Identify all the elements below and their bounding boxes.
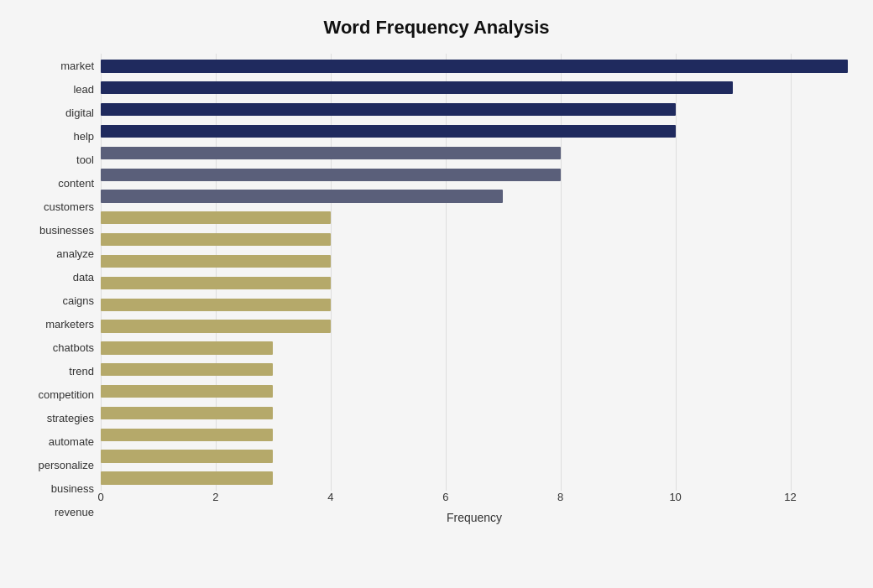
bar-row [101, 445, 848, 467]
bar-row [101, 99, 848, 121]
bar [101, 471, 273, 484]
y-label: market [60, 60, 94, 71]
bars-inner [101, 54, 848, 491]
bar [101, 320, 331, 332]
bar [101, 81, 733, 94]
bar [101, 363, 273, 376]
y-axis-labels: marketleaddigitalhelptoolcontentcustomer… [25, 54, 101, 524]
x-tick-label: 0 [97, 491, 103, 503]
bar-row [101, 359, 848, 381]
x-tick-label: 6 [442, 491, 448, 503]
x-axis: 024681012 Frequency [101, 491, 848, 524]
chart-container: Word Frequency Analysis marketleaddigita… [0, 0, 873, 588]
bars-area [101, 54, 848, 491]
y-label: tool [76, 154, 94, 165]
bar [101, 233, 331, 246]
x-tick-label: 8 [557, 491, 563, 503]
bar [101, 60, 848, 72]
bar [101, 211, 331, 224]
bar-row [101, 142, 848, 164]
x-tick-labels: 024681012 [101, 491, 848, 507]
bar-row [101, 229, 848, 251]
bar [101, 385, 273, 398]
y-label: chatbots [53, 342, 94, 353]
bar [101, 147, 561, 159]
bar [101, 450, 273, 462]
bar-row [101, 251, 848, 273]
bar-row [101, 207, 848, 229]
y-label: digital [65, 107, 94, 118]
y-label: revenue [55, 507, 94, 518]
y-label: businesses [39, 225, 94, 236]
bar-row [101, 337, 848, 359]
x-tick-label: 4 [327, 491, 333, 503]
y-label: trend [69, 366, 94, 377]
x-tick-label: 2 [212, 491, 218, 503]
chart-area: marketleaddigitalhelptoolcontentcustomer… [25, 54, 848, 524]
bar [101, 125, 676, 138]
x-axis-title: Frequency [101, 511, 848, 524]
bar-row [101, 467, 848, 489]
chart-title: Word Frequency Analysis [25, 17, 848, 39]
x-tick-label: 12 [784, 491, 796, 503]
bar-row [101, 55, 848, 77]
bar [101, 255, 331, 268]
y-label: strategies [47, 413, 94, 424]
bar [101, 277, 331, 289]
bar [101, 190, 503, 202]
bar-row [101, 381, 848, 403]
y-label: business [51, 483, 94, 494]
bar-row [101, 424, 848, 445]
y-label: automate [49, 436, 94, 447]
bar-row [101, 403, 848, 424]
y-label: help [73, 131, 94, 142]
y-label: analyze [56, 248, 94, 259]
bar [101, 407, 273, 419]
y-label: competition [39, 389, 94, 400]
y-label: customers [44, 201, 94, 212]
bar-row [101, 121, 848, 143]
x-tick-label: 10 [669, 491, 681, 503]
bar-row [101, 77, 848, 99]
bar [101, 341, 273, 354]
bar [101, 299, 331, 311]
bar-row [101, 164, 848, 185]
y-label: lead [73, 84, 94, 95]
bars-and-xaxis: 024681012 Frequency [101, 54, 848, 524]
y-label: personalize [39, 460, 95, 471]
bar-row [101, 315, 848, 337]
bar-row [101, 185, 848, 207]
bar-row [101, 294, 848, 315]
y-label: data [73, 272, 94, 283]
bar-row [101, 272, 848, 294]
y-label: content [58, 178, 94, 189]
y-label: marketers [45, 319, 94, 330]
y-label: caigns [62, 295, 94, 306]
bar [101, 429, 273, 441]
bar [101, 103, 676, 116]
bar [101, 169, 561, 181]
